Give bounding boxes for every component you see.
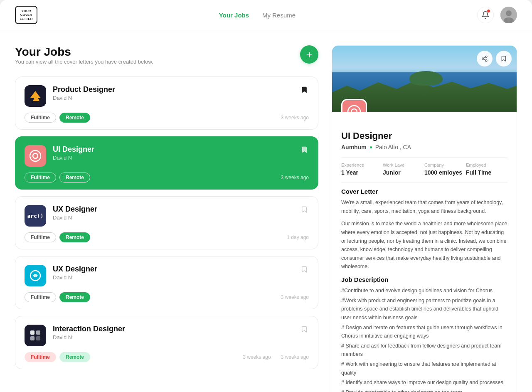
stat-company: Company 1000 emloyes <box>424 163 466 176</box>
stat-company-value: 1000 emloyes <box>424 169 466 176</box>
detail-body: UI Designer Aumhum Palo Alto , CA Experi… <box>332 112 517 392</box>
job-card-1[interactable]: Product Designer David N Fulltime Remote… <box>15 76 318 130</box>
detail-stats: Experience 1 Year Work Lavel Junior Comp… <box>341 163 507 176</box>
job-title-2: UI Designer <box>53 145 293 154</box>
job-logo-3: arc() <box>25 205 46 227</box>
svg-point-17 <box>351 109 357 112</box>
nav-right <box>477 7 517 23</box>
tag-remote-4: Remote <box>59 292 90 302</box>
svg-point-4 <box>30 150 41 161</box>
tag-fulltime-2: Fulltime <box>25 173 56 182</box>
job-title-4: UX Designer <box>53 265 293 274</box>
detail-location: Palo Alto , CA <box>375 144 411 150</box>
job-info-2: UI Designer David N <box>53 145 293 161</box>
nav-my-resume[interactable]: My Resume <box>262 12 296 19</box>
bookmark-icon-4 <box>300 266 308 273</box>
bookmark-icon-5 <box>300 325 308 333</box>
page-header: Your Jobs You can view all the cover let… <box>15 45 318 74</box>
job-author-1: David N <box>53 95 293 101</box>
job-time-2: 3 weeks ago <box>281 175 309 180</box>
left-panel: Your Jobs You can view all the cover let… <box>15 45 318 392</box>
page-subtitle: You can view all the cover letters you h… <box>15 59 153 65</box>
svg-point-5 <box>33 153 38 158</box>
save-bookmark-icon <box>500 55 507 62</box>
tag-remote-2: Remote <box>59 173 90 182</box>
logo-text: YOURCOVERLETTER <box>20 9 32 21</box>
job-card-3[interactable]: arc() UX Designer David N Fulltime <box>15 196 318 249</box>
job-logo-1 <box>25 85 46 107</box>
stat-experience-value: 1 Year <box>341 169 383 176</box>
job-info-5: Interaction Designer David N <box>53 325 293 340</box>
job-title-5: Interaction Designer <box>53 325 293 333</box>
svg-rect-8 <box>36 330 40 335</box>
bookmark-icon-1 <box>300 86 308 94</box>
detail-card: UI Designer Aumhum Palo Alto , CA Experi… <box>332 45 517 392</box>
tag-fulltime-4: Fulltime <box>25 292 56 302</box>
notification-dot <box>487 9 490 13</box>
cover-letter-p1: We're a small, experienced team that com… <box>341 198 507 215</box>
cover-letter-p2: Our mission is to make the world a healt… <box>341 219 507 271</box>
bookmark-button-4[interactable] <box>300 265 309 275</box>
detail-hero <box>332 46 517 112</box>
bookmark-button-2[interactable] <box>300 145 309 155</box>
job-author-5: David N <box>53 334 293 340</box>
bookmark-button-3[interactable] <box>300 205 309 215</box>
tag-fulltime-3: Fulltime <box>25 232 56 242</box>
tag-fulltime-5: Fulltime <box>25 352 56 362</box>
svg-line-15 <box>484 57 486 58</box>
detail-divider-2 <box>341 182 507 183</box>
svg-rect-10 <box>36 336 40 340</box>
notification-button[interactable] <box>477 7 494 23</box>
share-button[interactable] <box>477 51 493 67</box>
job-time-3: 1 day ago <box>287 234 309 240</box>
tag-remote-3: Remote <box>59 232 90 242</box>
bookmark-icon-2 <box>300 146 308 153</box>
job-description-items: #Contribute to and evolve design guideli… <box>341 286 507 392</box>
stat-experience: Experience 1 Year <box>341 163 383 176</box>
tag-fulltime-1: Fulltime <box>25 113 56 123</box>
save-button[interactable] <box>496 51 512 67</box>
job-time-5b: 3 weeks ago <box>281 354 309 360</box>
detail-divider <box>341 157 507 158</box>
bookmark-button-1[interactable] <box>300 85 309 96</box>
stat-work-level: Work Lavel Junior <box>383 163 424 176</box>
job-card-4[interactable]: UX Designer David N Fulltime Remote 3 we… <box>15 256 318 309</box>
svg-rect-7 <box>30 330 34 335</box>
nav-links: Your Jobs My Resume <box>219 12 296 19</box>
job-title-3: UX Designer <box>53 205 293 214</box>
bookmark-button-5[interactable] <box>300 325 309 335</box>
job-logo-5 <box>25 325 46 346</box>
svg-line-14 <box>484 59 486 60</box>
job-tags-2: Fulltime Remote <box>25 173 90 182</box>
detail-company-name: Aumhum <box>341 144 367 150</box>
job-info-4: UX Designer David N <box>53 265 293 281</box>
job-time-1: 3 weeks ago <box>281 115 309 121</box>
navbar: YOURCOVERLETTER Your Jobs My Resume <box>0 0 532 30</box>
job-logo-4 <box>25 265 46 286</box>
detail-dot <box>370 146 372 148</box>
hero-actions <box>477 51 512 67</box>
job-author-3: David N <box>53 214 293 221</box>
job-tags-3: Fulltime Remote <box>25 232 90 242</box>
job-author-2: David N <box>53 155 293 161</box>
stat-employed-label: Employed <box>466 163 507 168</box>
cover-letter-title: Cover Letter <box>341 188 507 195</box>
nav-your-jobs[interactable]: Your Jobs <box>219 12 249 19</box>
job-logo-2 <box>25 145 46 167</box>
tag-remote-5: Remote <box>59 352 90 362</box>
job-card-5[interactable]: Interaction Designer David N Fulltime Re… <box>15 316 318 369</box>
jobs-list: Product Designer David N Fulltime Remote… <box>15 76 318 369</box>
add-job-button[interactable]: + <box>300 45 318 64</box>
user-avatar[interactable] <box>500 7 517 23</box>
job-info-1: Product Designer David N <box>53 85 293 101</box>
main-content: Your Jobs You can view all the cover let… <box>0 30 532 392</box>
tag-remote-1: Remote <box>59 113 90 123</box>
stat-company-label: Company <box>424 163 466 168</box>
detail-company-row: Aumhum Palo Alto , CA <box>341 144 507 150</box>
job-title-1: Product Designer <box>53 85 293 94</box>
stat-experience-label: Experience <box>341 163 383 168</box>
job-card-2[interactable]: UI Designer David N Fulltime Remote 3 we… <box>15 136 318 190</box>
right-panel: UI Designer Aumhum Palo Alto , CA Experi… <box>332 45 517 392</box>
job-author-4: David N <box>53 274 293 281</box>
job-tags-4: Fulltime Remote <box>25 292 90 302</box>
